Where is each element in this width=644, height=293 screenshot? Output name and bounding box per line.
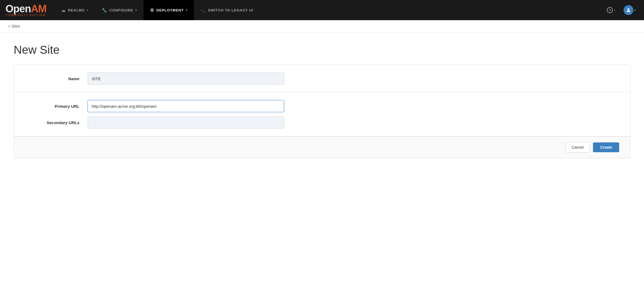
nav-item-configure[interactable]: 🔧 CONFIGURE ▾ xyxy=(95,0,144,20)
name-label: Name xyxy=(25,76,79,81)
primary-url-row: Primary URL xyxy=(25,100,619,112)
realms-chevron-icon: ▾ xyxy=(87,9,88,12)
logo-am: AM xyxy=(31,4,46,14)
main-content: New Site Name Primary URL Secondary URLs… xyxy=(0,32,644,169)
navbar: Open AM COMMUNITY EDITION ☁ REALMS ▾ 🔧 C… xyxy=(0,0,644,20)
nav-items: ☁ REALMS ▾ 🔧 CONFIGURE ▾ ⚙ DEPLOYMENT ▾ … xyxy=(55,0,604,20)
help-chevron-icon: ▾ xyxy=(614,9,615,12)
user-chevron-icon: ▾ xyxy=(634,9,636,12)
configure-chevron-icon: ▾ xyxy=(135,9,137,12)
deployment-icon: ⚙ xyxy=(150,8,154,13)
page-title: New Site xyxy=(14,43,630,56)
create-button[interactable]: Create xyxy=(593,142,619,152)
name-section: Name xyxy=(14,65,630,92)
user-menu-button[interactable]: ▾ xyxy=(621,0,639,20)
nav-item-realms[interactable]: ☁ REALMS ▾ xyxy=(55,0,95,20)
cloud-icon: ☁ xyxy=(61,8,66,13)
nav-legacy-label: SWITCH TO LEGACY UI xyxy=(208,8,253,12)
nav-item-legacy[interactable]: ›_ SWITCH TO LEGACY UI xyxy=(194,0,260,20)
cancel-button[interactable]: Cancel xyxy=(565,142,590,153)
back-to-sites-link[interactable]: < Sites xyxy=(8,24,20,28)
nav-configure-label: CONFIGURE xyxy=(109,8,133,12)
url-section: Primary URL Secondary URLs xyxy=(14,92,630,136)
nav-deployment-label: DEPLOYMENT xyxy=(156,8,184,12)
wrench-icon: 🔧 xyxy=(102,8,107,13)
logo-subtitle: COMMUNITY EDITION xyxy=(5,14,46,17)
deployment-chevron-icon: ▾ xyxy=(186,9,187,12)
secondary-urls-row: Secondary URLs xyxy=(25,116,619,128)
help-button[interactable]: ? ▾ xyxy=(604,0,618,20)
help-circle-icon: ? xyxy=(607,7,613,13)
avatar xyxy=(624,5,633,15)
nav-item-deployment[interactable]: ⚙ DEPLOYMENT ▾ xyxy=(144,0,194,20)
nav-right: ? ▾ ▾ xyxy=(604,0,639,20)
primary-url-input[interactable] xyxy=(88,100,284,112)
breadcrumb: < Sites xyxy=(0,20,644,32)
secondary-urls-label: Secondary URLs xyxy=(25,120,79,125)
nav-realms-label: REALMS xyxy=(68,8,85,12)
svg-point-0 xyxy=(628,8,630,10)
logo: Open AM COMMUNITY EDITION xyxy=(5,4,46,17)
logo-open: Open xyxy=(5,4,31,14)
secondary-urls-input[interactable] xyxy=(88,116,284,128)
new-site-form: Name Primary URL Secondary URLs Cancel C… xyxy=(14,65,630,158)
name-input[interactable] xyxy=(88,73,284,85)
primary-url-label: Primary URL xyxy=(25,104,79,109)
terminal-icon: ›_ xyxy=(201,8,206,12)
form-actions: Cancel Create xyxy=(14,136,630,158)
